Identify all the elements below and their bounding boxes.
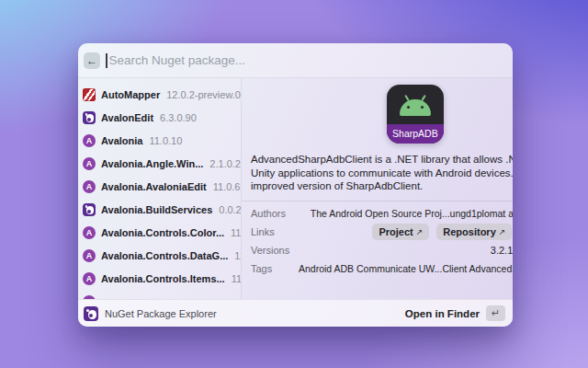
open-in-finder-action[interactable]: Open in Finder ↵ [405, 305, 505, 321]
links-row: Links Project ↗ Repository ↗ License ↗ [251, 223, 513, 241]
package-name: Avalonia.Controls.DataG... [101, 250, 228, 261]
external-link-icon: ↗ [499, 227, 506, 236]
package-hero-label: SharpADB [387, 124, 444, 144]
package-name: AvalonEdit [101, 112, 153, 123]
package-name: Avalonia.BuildServices [101, 204, 212, 215]
list-item-partial[interactable] [83, 290, 241, 299]
package-name: Avalonia.AvaloniaEdit [101, 181, 207, 192]
avalonia-icon [83, 226, 96, 239]
package-version: 2.1.0.202... [209, 158, 242, 169]
nuget-search-window: ← AutoMapper 12.0.2-preview.0.4 AvalonEd… [78, 43, 513, 327]
tags-label: Tags [251, 263, 299, 274]
package-version: 11.0.10 [231, 227, 242, 238]
links-label: Links [251, 226, 299, 237]
package-name: Avalonia.Angle.Win... [101, 158, 203, 169]
app-name: NuGet Package Explorer [105, 308, 405, 319]
android-robot-icon [400, 99, 431, 116]
versions-value: 3.2.11, 3.1.10, 3.0.9 [299, 245, 513, 256]
avalonia-icon [83, 295, 96, 300]
automapper-icon [83, 88, 96, 101]
list-item[interactable]: Avalonia.Angle.Win... 2.1.0.202... [83, 152, 241, 175]
list-item[interactable]: Avalonia 11.0.10 [83, 129, 241, 152]
package-description: AdvancedSharpAdbClient is a .NET library… [251, 153, 513, 193]
package-name: Avalonia.Controls.Items... [101, 273, 225, 284]
open-in-finder-label: Open in Finder [405, 308, 480, 319]
package-version: 6.3.0.90 [160, 112, 197, 123]
arrow-left-icon: ← [86, 54, 97, 67]
nuget-package-explorer-icon [84, 306, 98, 321]
package-version: 11.0.6 [213, 181, 241, 192]
list-item[interactable]: Avalonia.Controls.DataG... 11.0.10 [83, 244, 241, 267]
repository-link-button[interactable]: Repository ↗ [436, 224, 512, 240]
avalonia-icon [83, 180, 96, 193]
package-name: Avalonia [101, 135, 142, 146]
sharpadb-package-icon: SharpADB [387, 85, 444, 144]
authors-value: The Android Open Source Proj...ungd1plom… [299, 208, 513, 219]
package-version: 11.0.10 [232, 273, 242, 284]
authors-label: Authors [251, 208, 299, 219]
package-version: 12.0.2-preview.0.4 [166, 89, 242, 100]
package-version: 11.0.10 [149, 135, 182, 146]
list-item[interactable]: Avalonia.Controls.Color... 11.0.10 [83, 221, 241, 244]
versions-row: Versions 3.2.11, 3.1.10, 3.0.9 [251, 241, 513, 259]
package-list[interactable]: AutoMapper 12.0.2-preview.0.4 AvalonEdit… [78, 78, 242, 299]
details-panel: SharpADB AdvancedSharpAdbClient is a .NE… [242, 78, 513, 299]
return-key-icon: ↵ [486, 305, 505, 321]
external-link-icon: ↗ [416, 227, 424, 236]
package-version: 11.0.10 [234, 250, 242, 261]
tags-value: Android ADB Communicate UW...Client Adva… [299, 263, 513, 274]
section-divider [242, 201, 513, 201]
avalonia-icon [83, 134, 96, 147]
list-item[interactable]: Avalonia.Controls.Items... 11.0.10 [83, 267, 241, 290]
package-name: Avalonia.Controls.Color... [101, 227, 224, 238]
status-bar: NuGet Package Explorer Open in Finder ↵ [78, 299, 513, 327]
avalonia-icon [83, 249, 96, 262]
project-link-button[interactable]: Project ↗ [372, 224, 429, 240]
authors-row: Authors The Android Open Source Proj...u… [251, 204, 513, 223]
back-button[interactable]: ← [84, 52, 100, 69]
list-item[interactable]: AutoMapper 12.0.2-preview.0.4 [83, 83, 241, 106]
search-bar: ← [78, 43, 513, 78]
list-item[interactable]: Avalonia.AvaloniaEdit 11.0.6 [83, 175, 241, 198]
search-input[interactable] [107, 53, 504, 67]
avalonedit-icon [83, 111, 96, 124]
versions-label: Versions [251, 245, 299, 256]
list-item[interactable]: Avalonia.BuildServices 0.0.29 [83, 198, 241, 221]
list-item[interactable]: AvalonEdit 6.3.0.90 [83, 106, 241, 129]
tags-row: Tags Android ADB Communicate UW...Client… [251, 259, 513, 278]
package-version: 0.0.29 [219, 204, 242, 215]
avalonia-icon [83, 157, 96, 170]
package-name: AutoMapper [101, 89, 160, 100]
avalonedit-icon [83, 203, 96, 216]
avalonia-icon [83, 272, 96, 285]
